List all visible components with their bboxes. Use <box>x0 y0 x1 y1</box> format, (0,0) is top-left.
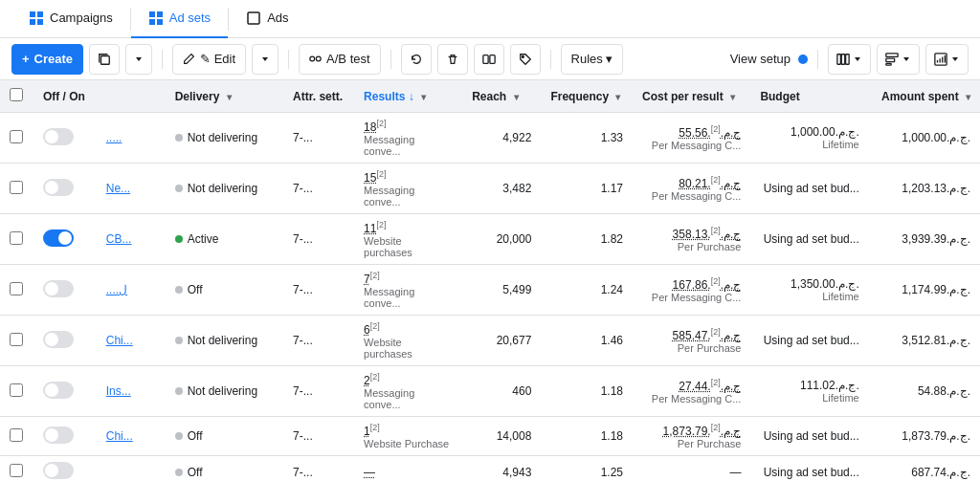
results-sub-text: Messaging conve... <box>364 185 453 208</box>
results-value[interactable]: — <box>364 466 375 479</box>
cost-value[interactable]: 585.47.ج.م. <box>673 329 742 342</box>
row-name-link[interactable]: Ins... <box>106 384 131 398</box>
row-name-link[interactable]: Chi... <box>106 334 133 347</box>
row-checkbox[interactable] <box>10 383 23 397</box>
row-checkbox-cell <box>0 366 33 417</box>
results-value[interactable]: 15 <box>364 171 376 185</box>
ad-sets-table: Off / On Delivery ▾ Attr. sett. Results … <box>0 80 980 481</box>
edit-button[interactable]: ✎ Edit <box>172 44 246 75</box>
duplicate-button[interactable] <box>89 44 120 75</box>
row-checkbox[interactable] <box>10 181 23 194</box>
row-budget-cell: 111.02.ج.م.Lifetime <box>750 366 868 417</box>
ab-test-button[interactable]: A/B test <box>299 44 381 75</box>
reports-button[interactable] <box>925 44 969 75</box>
delivery-status-dot <box>175 469 183 476</box>
results-value[interactable]: 2 <box>364 374 370 387</box>
delivery-status-dot <box>175 387 183 395</box>
row-toggle-switch[interactable] <box>43 462 74 479</box>
row-checkbox[interactable] <box>10 464 23 477</box>
row-name-cell: CB... <box>97 214 166 265</box>
cost-sub-text: Per Purchase <box>642 438 741 449</box>
results-value[interactable]: 7 <box>364 273 370 286</box>
dropdown-button[interactable] <box>125 44 152 75</box>
row-toggle-cell <box>33 366 97 417</box>
table-row: .....Not delivering7-...18[2]Messaging c… <box>0 113 980 164</box>
row-results-cell: 7[2]Messaging conve... <box>354 265 462 316</box>
row-checkbox[interactable] <box>10 231 23 245</box>
delete-button[interactable] <box>437 44 468 75</box>
row-name-link[interactable]: ..... <box>106 131 122 144</box>
row-toggle-switch[interactable] <box>43 280 74 297</box>
budget-value: Using ad set bud... <box>760 429 858 443</box>
row-toggle-cell <box>33 265 97 316</box>
cost-badge: [2] <box>711 423 721 432</box>
view-setup-dot <box>798 55 808 64</box>
cost-filter-icon[interactable]: ▾ <box>730 92 735 102</box>
edit-dropdown-button[interactable] <box>252 44 278 75</box>
rules-button[interactable]: Rules ▾ <box>561 44 624 75</box>
row-checkbox[interactable] <box>10 428 23 442</box>
tab-adsets[interactable]: Ad sets <box>131 0 228 38</box>
th-budget: Budget <box>750 80 868 113</box>
row-toggle-switch[interactable] <box>43 128 74 145</box>
th-attr-label: Attr. sett. <box>293 90 343 103</box>
cost-value[interactable]: 27.44.ج.م. <box>679 380 741 393</box>
row-name-link[interactable]: CB... <box>106 232 132 246</box>
svg-rect-19 <box>846 54 850 64</box>
tab-campaigns[interactable]: Campaigns <box>11 0 130 38</box>
cost-value[interactable]: 80.21.ج.م. <box>679 177 741 190</box>
results-value[interactable]: 18 <box>364 120 376 134</box>
reach-filter-icon[interactable]: ▾ <box>514 92 519 102</box>
row-amount-cell: 687.74.ج.م. <box>869 456 980 482</box>
cost-value[interactable]: 55.56.ج.م. <box>679 126 741 140</box>
row-toggle-switch[interactable] <box>43 230 74 247</box>
row-results-cell: 18[2]Messaging conve... <box>354 113 462 164</box>
delivery-status-text: Off <box>188 429 203 443</box>
row-toggle-switch[interactable] <box>43 331 74 348</box>
row-checkbox-cell <box>0 316 33 366</box>
svg-rect-0 <box>30 11 35 17</box>
tab-adsets-label: Ad sets <box>169 11 211 25</box>
undo-button[interactable] <box>401 44 432 75</box>
cost-badge: [2] <box>711 175 721 185</box>
tab-ads[interactable]: Ads <box>229 0 305 38</box>
svg-rect-1 <box>37 11 43 17</box>
tag-button[interactable] <box>510 44 541 75</box>
delivery-filter-icon[interactable]: ▾ <box>227 92 232 102</box>
create-button[interactable]: + Create <box>11 44 83 75</box>
results-badge: [2] <box>370 321 380 331</box>
row-results-cell: 11[2]Website purchases <box>354 214 462 265</box>
results-value[interactable]: 6 <box>364 323 370 337</box>
row-name-link[interactable]: Ne... <box>106 182 130 195</box>
row-name-link[interactable]: Chi... <box>106 429 133 443</box>
results-value[interactable]: 11 <box>364 222 376 235</box>
cost-value[interactable]: 167.86.ج.م. <box>673 278 742 292</box>
results-filter-icon[interactable]: ▾ <box>421 92 426 102</box>
cost-value[interactable]: 358.13.ج.م. <box>673 228 742 241</box>
frequency-filter-icon[interactable]: ▾ <box>615 92 620 102</box>
delivery-status-text: Off <box>188 466 203 479</box>
row-toggle-switch[interactable] <box>43 426 74 444</box>
breakdown-button[interactable] <box>877 44 920 75</box>
row-toggle-switch[interactable] <box>43 179 74 196</box>
row-attr-cell: 7-... <box>283 366 354 417</box>
row-name-link[interactable]: ....ل <box>106 283 127 296</box>
row-checkbox[interactable] <box>10 333 23 346</box>
th-frequency: Frequency ▾ <box>541 80 633 113</box>
chevron-down-icon <box>134 55 144 64</box>
toolbar-sep-4 <box>550 50 551 69</box>
budget-sub-text: Lifetime <box>760 392 858 404</box>
svg-point-13 <box>316 56 321 61</box>
split-button[interactable] <box>474 44 504 75</box>
row-cost-cell: 585.47.ج.م.[2]Per Purchase <box>633 316 750 366</box>
th-cost-label: Cost per result <box>642 90 724 103</box>
row-amount-cell: 1,873.79.ج.م. <box>869 417 980 456</box>
columns-button[interactable] <box>828 44 871 75</box>
select-all-checkbox[interactable] <box>10 88 23 101</box>
results-value[interactable]: 1 <box>364 425 370 438</box>
row-toggle-switch[interactable] <box>43 382 74 399</box>
cost-value[interactable]: 1,873.79.ج.م. <box>663 425 742 438</box>
amount-filter-icon[interactable]: ▾ <box>966 92 970 102</box>
row-checkbox[interactable] <box>10 130 23 143</box>
row-checkbox[interactable] <box>10 282 23 295</box>
